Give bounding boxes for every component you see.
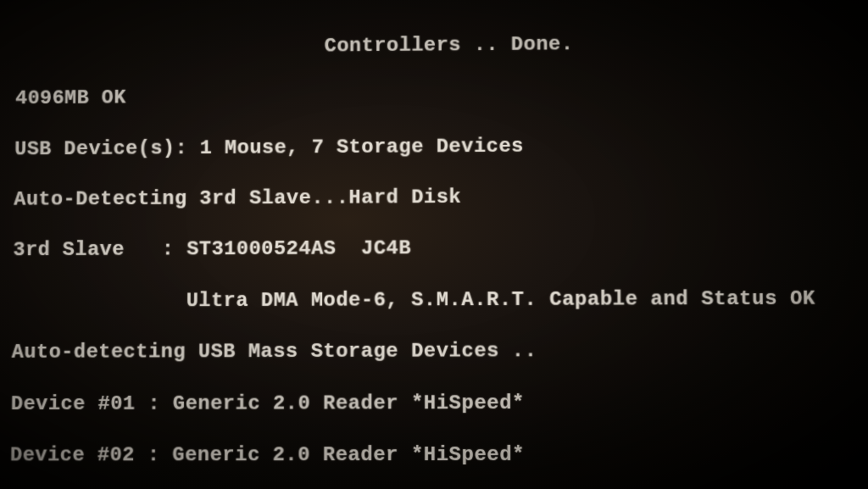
auto-detect-usb-line: Auto-detecting USB Mass Storage Devices … xyxy=(12,338,863,366)
auto-detect-harddisk-line: Auto-Detecting 3rd Slave...Hard Disk xyxy=(14,183,860,213)
device-02-line: Device #02 : Generic 2.0 Reader *HiSpeed… xyxy=(10,442,865,470)
memory-ok-line: 4096MB OK xyxy=(15,81,859,112)
device-01-line: Device #01 : Generic 2.0 Reader *HiSpeed… xyxy=(11,390,864,417)
slave-model-line: 3rd Slave : ST31000524AS JC4B xyxy=(13,235,861,264)
usb-device-summary-line: USB Device(s): 1 Mouse, 7 Storage Device… xyxy=(14,131,860,162)
partial-top-line: Controllers .. Done. xyxy=(16,30,859,62)
slave-mode-line: Ultra DMA Mode-6, S.M.A.R.T. Capable and… xyxy=(12,286,862,314)
bios-post-screen: Controllers .. Done. 4096MB OK USB Devic… xyxy=(0,4,868,489)
